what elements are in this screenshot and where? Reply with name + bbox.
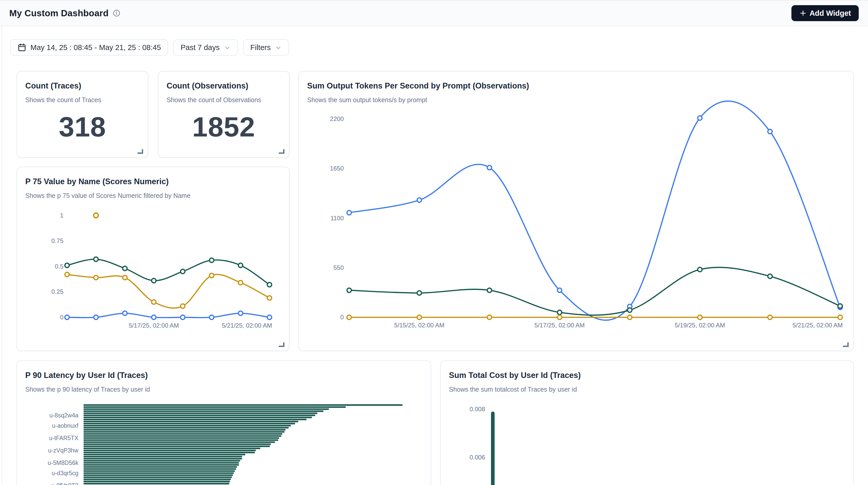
filters-label: Filters [250,43,271,52]
svg-text:0.006: 0.006 [470,454,485,461]
p75-line-chart: 00.250.50.7515/17/25, 02:00 AM5/21/25, 0… [17,167,289,351]
resize-handle[interactable] [843,342,849,347]
svg-text:5/21/25, 02:00 AM: 5/21/25, 02:00 AM [793,322,843,329]
page-title: My Custom Dashboard [9,8,108,18]
svg-text:1100: 1100 [330,215,344,222]
svg-text:5/21/25, 02:00 AM: 5/21/25, 02:00 AM [222,322,272,329]
tokens-line-chart: 05501100165022005/15/25, 02:00 AM5/17/25… [299,71,854,351]
svg-text:550: 550 [334,264,344,271]
svg-text:0.75: 0.75 [51,237,63,244]
svg-text:u-8fVa9T3: u-8fVa9T3 [51,482,79,485]
svg-text:5/19/25, 02:00 AM: 5/19/25, 02:00 AM [675,322,725,329]
widget-title: Count (Traces) [25,81,140,91]
widget-count-observations[interactable]: Count (Observations) Shows the count of … [158,71,289,158]
calendar-icon [18,43,26,52]
date-range-value: May 14, 25 : 08:45 - May 21, 25 : 08:45 [30,43,161,52]
svg-text:0.25: 0.25 [51,288,63,295]
date-preset-dropdown[interactable]: Past 7 days [173,39,238,56]
svg-text:5/17/25, 02:00 AM: 5/17/25, 02:00 AM [534,322,585,329]
p90-bar-chart: u-8sq2w4au-aobnuxfu-tFAR5TXu-zVqP3hwu-5M… [17,361,431,485]
date-preset-value: Past 7 days [181,43,220,52]
count-traces-value: 318 [17,111,148,143]
widget-subtitle: Shows the count of Traces [25,96,140,104]
filters-dropdown[interactable]: Filters [243,39,289,56]
svg-text:1: 1 [60,212,63,219]
resize-handle[interactable] [279,342,284,347]
add-widget-button[interactable]: Add Widget [792,5,859,21]
plus-icon [799,9,807,17]
svg-text:0.008: 0.008 [470,405,485,413]
svg-text:5/15/25, 02:00 AM: 5/15/25, 02:00 AM [394,322,444,329]
content-left-border [2,26,2,485]
svg-text:0.5: 0.5 [55,263,63,270]
widget-p75-scores[interactable]: P 75 Value by Name (Scores Numeric) Show… [17,166,289,351]
filter-bar: May 14, 25 : 08:45 - May 21, 25 : 08:45 … [10,39,289,56]
widget-tokens-by-prompt[interactable]: Sum Output Tokens Per Second by Prompt (… [298,71,854,351]
svg-text:1650: 1650 [330,165,344,172]
svg-text:u-aobnuxf: u-aobnuxf [52,422,79,429]
chevron-down-icon [275,44,282,51]
chevron-down-icon [224,44,231,51]
svg-text:u-5M8D56k: u-5M8D56k [48,459,79,466]
svg-text:u-zVqP3hw: u-zVqP3hw [48,447,79,454]
svg-text:u-d3qr5cg: u-d3qr5cg [52,470,79,477]
page-header: My Custom Dashboard Add Widget [0,1,868,26]
widget-sum-total-cost[interactable]: Sum Total Cost by User Id (Traces) Shows… [440,360,854,485]
add-widget-label: Add Widget [809,9,851,18]
dashboard-page: My Custom Dashboard Add Widget [0,0,868,485]
widget-title: Count (Observations) [166,81,281,91]
info-icon[interactable] [113,9,120,17]
svg-text:5/17/25, 02:00 AM: 5/17/25, 02:00 AM [129,322,179,329]
widget-subtitle: Shows the count of Observations [166,96,281,104]
widget-count-traces[interactable]: Count (Traces) Shows the count of Traces… [17,71,148,158]
svg-text:0: 0 [60,314,63,321]
svg-text:u-tFAR5TX: u-tFAR5TX [49,435,79,442]
widget-p90-latency[interactable]: P 90 Latency by User Id (Traces) Shows t… [17,360,431,485]
svg-text:2200: 2200 [330,115,344,122]
svg-text:u-8sq2w4a: u-8sq2w4a [49,412,79,419]
count-observations-value: 1852 [158,111,289,143]
resize-handle[interactable] [279,149,284,154]
resize-handle[interactable] [137,149,143,154]
svg-text:0: 0 [340,314,344,321]
cost-bar-chart: 0.0080.006 [441,361,854,485]
date-range-picker[interactable]: May 14, 25 : 08:45 - May 21, 25 : 08:45 [10,39,168,56]
